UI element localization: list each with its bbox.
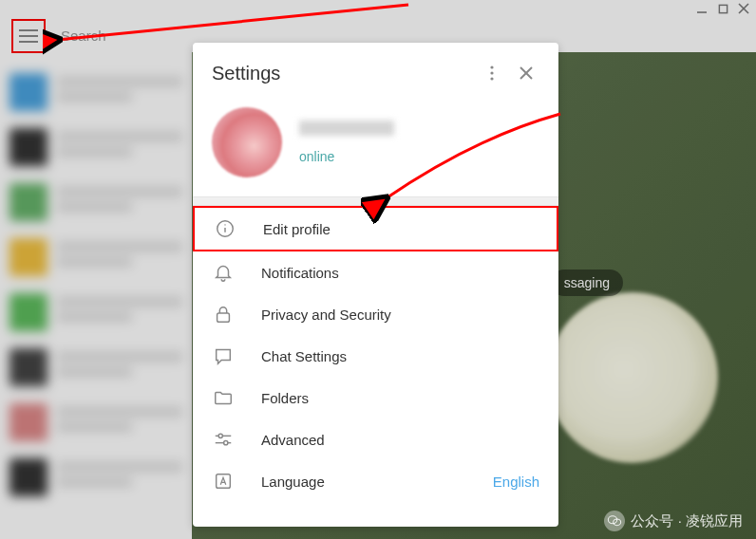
- svg-point-11: [224, 224, 225, 225]
- svg-point-16: [224, 441, 228, 445]
- svg-rect-1: [719, 5, 727, 12]
- svg-point-6: [490, 77, 493, 80]
- avatar: [212, 107, 282, 177]
- menu-label: Chat Settings: [261, 348, 539, 364]
- close-window-button[interactable]: [737, 2, 750, 15]
- watermark-text: 公众号 · 凌锐应用: [631, 512, 743, 530]
- profile-section[interactable]: online: [193, 100, 558, 196]
- language-icon: [212, 470, 235, 493]
- menu-label: Privacy and Security: [261, 307, 539, 323]
- maximize-button[interactable]: [716, 2, 729, 15]
- folder-icon: [212, 386, 235, 409]
- svg-point-5: [490, 71, 493, 74]
- svg-point-4: [490, 65, 493, 68]
- menu-label: Advanced: [261, 432, 539, 448]
- language-value: English: [493, 474, 539, 490]
- menu-advanced[interactable]: Advanced: [193, 418, 558, 460]
- lock-icon: [212, 303, 235, 325]
- menu-label: Language: [261, 474, 466, 490]
- more-vertical-icon: [482, 64, 501, 83]
- bell-icon: [212, 261, 235, 284]
- sliders-icon: [212, 428, 235, 451]
- menu-privacy[interactable]: Privacy and Security: [193, 293, 558, 335]
- profile-status: online: [299, 149, 394, 164]
- menu-edit-profile[interactable]: Edit profile: [193, 206, 558, 251]
- settings-title: Settings: [212, 63, 475, 84]
- watermark: 公众号 · 凌锐应用: [604, 511, 743, 531]
- section-divider: [193, 196, 558, 206]
- svg-rect-12: [217, 313, 230, 322]
- close-icon: [518, 65, 535, 82]
- info-icon: [214, 217, 236, 240]
- menu-chat-settings[interactable]: Chat Settings: [193, 335, 558, 377]
- svg-point-14: [218, 434, 222, 437]
- more-button[interactable]: [475, 56, 509, 90]
- menu-label: Folders: [261, 390, 539, 406]
- menu-language[interactable]: Language English: [193, 460, 558, 502]
- profile-name: [299, 121, 394, 136]
- minimize-button[interactable]: [695, 2, 709, 15]
- close-button[interactable]: [509, 56, 543, 90]
- menu-label: Notifications: [261, 265, 539, 281]
- settings-menu: Edit profile Notifications Privacy and S…: [193, 206, 558, 502]
- menu-notifications[interactable]: Notifications: [193, 251, 558, 293]
- settings-panel: Settings online Edit profi: [193, 43, 558, 527]
- menu-label: Edit profile: [263, 221, 538, 237]
- chat-icon: [212, 344, 235, 367]
- wechat-icon: [604, 511, 625, 531]
- menu-folders[interactable]: Folders: [193, 377, 558, 418]
